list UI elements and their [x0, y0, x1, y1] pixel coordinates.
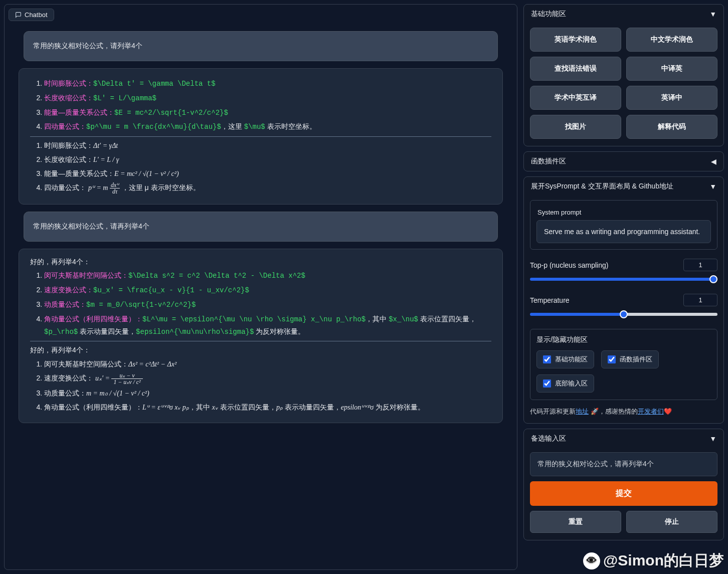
- sysprompt-input[interactable]: Serve me as a writing and programming as…: [536, 220, 711, 243]
- chat-scroll[interactable]: 常用的狭义相对论公式，请列举4个 时间膨胀公式：$\Delta t' = \ga…: [9, 24, 513, 565]
- list-item: 速度变换公式：$u_x' = \frac{u_x - v}{1 - u_xv/c…: [44, 284, 491, 297]
- list-item: 动质量公式：m = m₀ / √(1 − v² / c²): [44, 388, 491, 400]
- formula-label: 动质量公式：: [44, 300, 86, 308]
- alt-input-panel: 备选输入区 ▼ 常用的狭义相对论公式，请再列举4个 提交 重置 停止: [523, 429, 724, 540]
- formula-rendered: pᵘ = m dxᵘdτ: [88, 184, 122, 192]
- panel-title: 函数插件区: [531, 157, 566, 166]
- chevron-down-icon: ▼: [709, 10, 716, 18]
- formula-raw: $L^\mu = \epsilon^{\mu \nu \rho \sigma} …: [142, 315, 366, 323]
- func-button[interactable]: 英译中: [626, 86, 717, 110]
- tail-text: 表示时空坐标。: [265, 122, 316, 130]
- topp-slider: Top-p (nucleus sampling) 1: [530, 259, 717, 285]
- formula-raw: $L' = L/\gamma$: [93, 94, 156, 102]
- temperature-slider-input[interactable]: [530, 310, 717, 318]
- func-button[interactable]: 英语学术润色: [530, 28, 621, 52]
- plugins-panel-toggle[interactable]: 函数插件区 ◀: [524, 152, 723, 171]
- check-basic[interactable]: 基础功能区: [536, 350, 594, 368]
- formula-label: 四动量公式：: [44, 122, 86, 130]
- func-button[interactable]: 解释代码: [626, 115, 717, 139]
- formula-rendered: uₓ′ = uₓ − v1 − uₓv / c²: [95, 374, 143, 382]
- bot-message: 好的，再列举4个： 闵可夫斯基时空间隔公式：$\Delta s^2 = c^2 …: [19, 249, 503, 423]
- alt-input-value: 常用的狭义相对论公式，请再列举4个: [537, 460, 654, 468]
- chat-tab[interactable]: Chatbot: [9, 9, 54, 21]
- formula-raw: $\Delta s^2 = c^2 \Delta t^2 - \Delta x^…: [128, 272, 305, 280]
- sysprompt-panel-toggle[interactable]: 展开SysPrompt & 交互界面布局 & Github地址 ▼: [524, 177, 723, 196]
- tail-text: ，这里 μ 表示时空坐标。: [122, 183, 200, 192]
- formula-label: 速度变换公式：: [44, 374, 93, 382]
- topp-value[interactable]: 1: [683, 259, 717, 271]
- formula-rendered: m = m₀ / √(1 − v² / c²): [86, 390, 149, 397]
- sidebar: 基础功能区 ▼ 英语学术润色 中文学术润色 查找语法错误 中译英 学术中英互译 …: [523, 4, 724, 570]
- formula-rendered: Δt′ = γΔt: [93, 142, 118, 149]
- alt-input-field[interactable]: 常用的狭义相对论公式，请再列举4个: [530, 452, 717, 476]
- list-item: 时间膨胀公式：$\Delta t' = \gamma \Delta t$: [44, 78, 491, 90]
- list-item: 能量—质量关系公式：$E = mc^2/\sqrt{1-v^2/c^2}$: [44, 107, 491, 119]
- tail-text: ，这里: [221, 122, 244, 130]
- devs-link[interactable]: 开发者们: [638, 408, 664, 415]
- formula-label: 时间膨胀公式：: [44, 141, 93, 149]
- formula-rendered: E = mc² / √(1 − v² / c²): [114, 170, 179, 177]
- formula-raw: $p^\mu = m \frac{dx^\mu}{d\tau}$: [86, 123, 221, 131]
- slider-label: Top-p (nucleus sampling): [530, 261, 608, 269]
- checkbox-icon[interactable]: [543, 355, 551, 363]
- user-message: 常用的狭义相对论公式，请列举4个: [24, 31, 498, 61]
- footer-note: 代码开源和更新地址 🚀，感谢热情的开发者们❤️: [530, 407, 717, 416]
- formula-raw: $\mu$: [244, 123, 265, 131]
- formula-rendered: Lᵘ = εᵘᵛᵖσ xᵥ pₚ: [142, 404, 189, 411]
- formula-label: 角动量公式（利用四维矢量）：: [44, 403, 142, 411]
- func-button[interactable]: 学术中英互译: [530, 86, 621, 110]
- sysprompt-label: System prompt: [537, 209, 710, 216]
- formula-label: 长度收缩公式：: [44, 94, 93, 102]
- chevron-down-icon: ▼: [709, 435, 716, 443]
- formula-raw: $m = m_0/\sqrt{1-v^2/c^2}$: [86, 301, 196, 309]
- list-item: 速度变换公式： uₓ′ = uₓ − v1 − uₓv / c²: [44, 372, 491, 386]
- stop-button[interactable]: 停止: [626, 511, 717, 533]
- list-item: 时间膨胀公式：Δt′ = γΔt: [44, 140, 491, 152]
- basic-panel-toggle[interactable]: 基础功能区 ▼: [524, 5, 723, 24]
- basic-buttons: 英语学术润色 中文学术润色 查找语法错误 中译英 学术中英互译 英译中 找图片 …: [530, 28, 717, 139]
- formula-label: 四动量公式：: [44, 183, 86, 192]
- check-plugins[interactable]: 函数插件区: [601, 350, 659, 368]
- temperature-slider: Temperature 1: [530, 294, 717, 320]
- plugins-panel: 函数插件区 ◀: [523, 151, 724, 171]
- slider-label: Temperature: [530, 296, 570, 304]
- check-bottom[interactable]: 底部输入区: [536, 374, 594, 393]
- reset-button[interactable]: 重置: [530, 511, 621, 533]
- list-item: 四动量公式：$p^\mu = m \frac{dx^\mu}{d\tau}$，这…: [44, 121, 491, 133]
- list-item: 角动量公式（利用四维矢量）：$L^\mu = \epsilon^{\mu \nu…: [44, 313, 491, 338]
- checkbox-icon[interactable]: [608, 355, 616, 363]
- showhide-group: 显示/隐藏功能区 基础功能区 函数插件区 底部输入区: [530, 329, 717, 400]
- panel-title: 基础功能区: [531, 10, 566, 19]
- formula-raw: $E = mc^2/\sqrt{1-v^2/c^2}$: [114, 109, 228, 117]
- formula-label: 闵可夫斯基时空间隔公式：: [44, 360, 128, 368]
- formula-label: 角动量公式（利用四维矢量）：: [44, 315, 142, 323]
- source-link[interactable]: 地址: [576, 408, 589, 415]
- formula-label: 动质量公式：: [44, 389, 86, 397]
- list-item: 角动量公式（利用四维矢量）：Lᵘ = εᵘᵛᵖσ xᵥ pₚ，其中 xᵥ 表示位…: [44, 402, 491, 414]
- func-button[interactable]: 找图片: [530, 115, 621, 139]
- formula-raw: $u_x' = \frac{u_x - v}{1 - u_xv/c^2}$: [93, 286, 249, 294]
- formula-label: 速度变换公式：: [44, 286, 93, 294]
- func-button[interactable]: 中文学术润色: [626, 28, 717, 52]
- formula-rendered: Δs² = c²Δt² − Δx²: [128, 360, 176, 368]
- chat-tab-label: Chatbot: [25, 11, 48, 19]
- func-button[interactable]: 查找语法错误: [530, 57, 621, 81]
- temperature-value[interactable]: 1: [683, 294, 717, 306]
- alt-input-panel-toggle[interactable]: 备选输入区 ▼: [524, 429, 723, 448]
- list-item: 长度收缩公式：$L' = L/\gamma$: [44, 92, 491, 105]
- formula-label: 能量—质量关系公式：: [44, 169, 114, 177]
- func-button[interactable]: 中译英: [626, 57, 717, 81]
- sysprompt-value: Serve me as a writing and programming as…: [544, 228, 700, 236]
- chat-icon: [15, 12, 22, 18]
- showhide-title: 显示/隐藏功能区: [536, 335, 711, 344]
- sysprompt-panel: 展开SysPrompt & 交互界面布局 & Github地址 ▼ System…: [523, 176, 724, 424]
- formula-rendered: L′ = L / γ: [93, 156, 119, 163]
- topp-slider-input[interactable]: [530, 275, 717, 283]
- checkbox-icon[interactable]: [543, 379, 551, 388]
- submit-button[interactable]: 提交: [530, 481, 717, 506]
- user-message: 常用的狭义相对论公式，请再列举4个: [24, 212, 498, 242]
- bot-intro: 好的，再列举4个：: [30, 256, 491, 268]
- chat-panel: Chatbot 常用的狭义相对论公式，请列举4个 时间膨胀公式：$\Delta …: [4, 4, 517, 570]
- list-item: 闵可夫斯基时空间隔公式：$\Delta s^2 = c^2 \Delta t^2…: [44, 270, 491, 282]
- user-message-text: 常用的狭义相对论公式，请再列举4个: [33, 222, 149, 230]
